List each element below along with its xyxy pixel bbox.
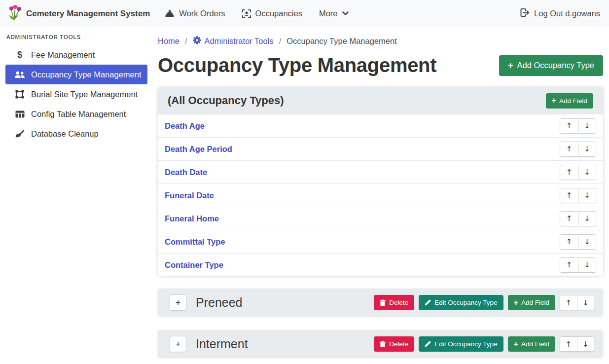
pencil-icon <box>425 299 431 306</box>
section-title: Preneed <box>196 295 243 310</box>
move-down-button[interactable]: ↓ <box>577 295 594 310</box>
move-up-button[interactable]: ↑ <box>560 295 577 310</box>
table-row: Death Age ↑ ↓ <box>158 114 603 137</box>
expand-button[interactable]: + <box>170 336 186 352</box>
add-field-button[interactable]: + Add Field <box>546 93 593 109</box>
table-row: Death Date ↑ ↓ <box>158 160 603 183</box>
plus-icon: + <box>514 340 518 348</box>
plus-icon: + <box>508 61 513 70</box>
add-field-button[interactable]: + Add Field <box>508 295 555 310</box>
edit-occupancy-type-button[interactable]: Edit Occupancy Type <box>419 295 503 310</box>
breadcrumb-admin-tools-link[interactable]: Administrator Tools <box>193 36 274 46</box>
main-nav: Work Orders Occupancies More <box>165 9 365 18</box>
section-actions: Delete Edit Occupancy Type + Add Field ↑ <box>374 336 594 352</box>
sidebar-item-label: Occupancy Type Management <box>31 70 142 79</box>
plus-icon: + <box>552 97 556 105</box>
section-title: Interment <box>196 337 248 351</box>
crop-frame-icon <box>13 90 26 99</box>
occupancy-type-section-preneed: + Preneed Delete <box>158 289 603 317</box>
breadcrumb-label: Administrator Tools <box>205 36 274 46</box>
delete-button[interactable]: Delete <box>374 336 414 352</box>
reorder-group: ↑ ↓ <box>560 295 594 310</box>
tulip-logo-icon <box>9 4 21 23</box>
reorder-group: ↑ ↓ <box>560 257 596 273</box>
move-down-button[interactable]: ↓ <box>578 165 596 180</box>
edit-occupancy-type-button[interactable]: Edit Occupancy Type <box>419 336 503 352</box>
all-occupancy-types-card: (All Occupancy Types) + Add Field Death … <box>158 87 603 276</box>
field-link[interactable]: Funeral Date <box>165 191 214 200</box>
add-field-button[interactable]: + Add Field <box>508 336 555 352</box>
field-link[interactable]: Death Date <box>165 168 207 177</box>
button-label: Edit Occupancy Type <box>434 340 497 348</box>
expand-button[interactable]: + <box>170 294 186 311</box>
move-down-button[interactable]: ↓ <box>578 142 596 156</box>
reorder-group: ↑ ↓ <box>560 165 596 180</box>
main-content: Home / <box>153 27 609 364</box>
table-row: Container Type ↑ ↓ <box>158 253 603 276</box>
field-link[interactable]: Committal Type <box>165 237 225 247</box>
move-down-button[interactable]: ↓ <box>578 119 596 133</box>
nav-label: Work Orders <box>179 9 225 18</box>
move-up-button[interactable]: ↑ <box>560 337 577 351</box>
app-title: Cemetery Management System <box>26 9 150 19</box>
move-up-button[interactable]: ↑ <box>560 165 578 180</box>
sidebar-item-label: Burial Site Type Management <box>31 90 138 99</box>
move-down-button[interactable]: ↓ <box>578 188 596 203</box>
move-down-button[interactable]: ↓ <box>578 212 596 226</box>
dollar-icon: $ <box>13 50 26 60</box>
sidebar-item-label: Fee Management <box>31 50 95 60</box>
chevron-down-icon <box>342 11 349 16</box>
logout-button[interactable]: Log Out d.gowans <box>520 8 600 19</box>
add-occupancy-type-button[interactable]: + Add Occupancy Type <box>499 55 603 76</box>
section-actions: Delete Edit Occupancy Type + Add Field ↑ <box>374 295 594 310</box>
sidebar-item-database-cleanup[interactable]: Database Cleanup <box>5 124 147 144</box>
nav-label: More <box>319 9 338 18</box>
hard-hat-icon <box>165 9 175 18</box>
gear-icon <box>193 36 201 46</box>
breadcrumb: Home / <box>158 36 603 46</box>
move-down-button[interactable]: ↓ <box>578 258 596 272</box>
table-row: Committal Type ↑ ↓ <box>158 230 603 253</box>
trash-icon <box>380 341 386 348</box>
field-link[interactable]: Container Type <box>165 260 223 270</box>
move-up-button[interactable]: ↑ <box>560 258 578 272</box>
app-brand[interactable]: Cemetery Management System <box>9 4 150 23</box>
move-up-button[interactable]: ↑ <box>560 235 578 249</box>
nav-label: Occupancies <box>255 9 302 18</box>
move-down-button[interactable]: ↓ <box>578 235 596 249</box>
users-icon <box>13 71 26 78</box>
field-link[interactable]: Funeral Home <box>165 214 219 223</box>
move-up-button[interactable]: ↑ <box>560 212 578 226</box>
move-up-button[interactable]: ↑ <box>560 188 578 203</box>
table-icon <box>13 110 26 118</box>
top-navbar: Cemetery Management System Work Orders <box>0 0 609 27</box>
sidebar-item-config-table-management[interactable]: Config Table Management <box>5 104 147 124</box>
button-label: Add Field <box>559 97 587 105</box>
card-header: (All Occupancy Types) + Add Field <box>158 87 603 114</box>
sidebar-item-occupancy-type-management[interactable]: Occupancy Type Management <box>5 65 147 84</box>
button-label: Delete <box>389 299 408 306</box>
sidebar-item-burial-site-type-management[interactable]: Burial Site Type Management <box>5 84 147 104</box>
sidebar-section-label: ADMINISTRATOR TOOLS <box>0 30 153 45</box>
delete-button[interactable]: Delete <box>374 295 414 310</box>
table-row: Funeral Date ↑ ↓ <box>158 183 603 207</box>
nav-item-occupancies[interactable]: Occupancies <box>242 9 302 18</box>
field-link[interactable]: Death Age Period <box>165 145 232 154</box>
trash-icon <box>380 299 386 306</box>
breadcrumb-home-link[interactable]: Home <box>158 36 179 46</box>
sidebar-item-fee-management[interactable]: $ Fee Management <box>5 45 147 65</box>
reorder-group: ↑ ↓ <box>560 234 596 250</box>
reorder-group: ↑ ↓ <box>560 188 596 203</box>
reorder-group: ↑ ↓ <box>560 336 594 352</box>
field-link[interactable]: Death Age <box>165 121 205 131</box>
move-down-button[interactable]: ↓ <box>577 337 594 351</box>
nav-item-work-orders[interactable]: Work Orders <box>165 9 225 18</box>
move-up-button[interactable]: ↑ <box>560 119 578 133</box>
move-up-button[interactable]: ↑ <box>560 142 578 156</box>
sidebar: ADMINISTRATOR TOOLS $ Fee Management Occ… <box>0 27 153 364</box>
occupancy-type-section-interment: + Interment Delete <box>158 330 603 358</box>
nav-item-more[interactable]: More <box>319 9 349 18</box>
logout-label: Log Out d.gowans <box>534 9 600 18</box>
broom-icon <box>13 130 26 138</box>
pencil-icon <box>425 341 431 347</box>
